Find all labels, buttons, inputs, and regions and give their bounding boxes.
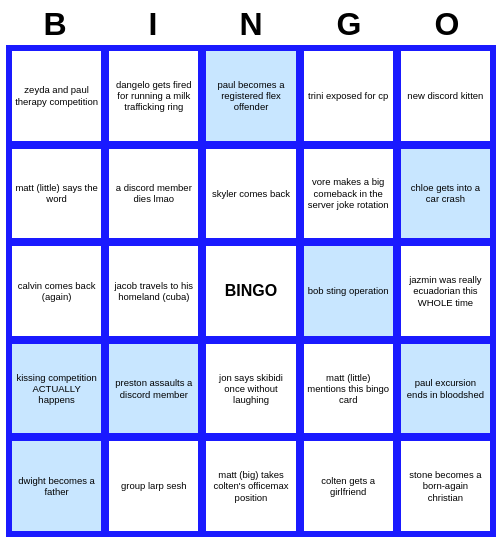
bingo-cell-text-15: kissing competition ACTUALLY happens bbox=[12, 344, 101, 434]
bingo-cell-text-16: preston assaults a discord member bbox=[109, 344, 198, 434]
bingo-cell-12: BINGO bbox=[202, 242, 299, 340]
bingo-cell-text-2: paul becomes a registered flex offender bbox=[206, 51, 295, 141]
bingo-cell-24: stone becomes a born-again christian bbox=[397, 437, 494, 535]
header-letter-b: B bbox=[11, 6, 99, 43]
bingo-cell-text-10: calvin comes back (again) bbox=[12, 246, 101, 336]
bingo-cell-1: dangelo gets fired for running a milk tr… bbox=[105, 47, 202, 145]
bingo-cell-10: calvin comes back (again) bbox=[8, 242, 105, 340]
bingo-cell-18: matt (little) mentions this bingo card bbox=[300, 340, 397, 438]
bingo-cell-0: zeyda and paul therapy competition bbox=[8, 47, 105, 145]
bingo-cell-14: jazmin was really ecuadorian this WHOLE … bbox=[397, 242, 494, 340]
bingo-cell-text-11: jacob travels to his homeland (cuba) bbox=[109, 246, 198, 336]
bingo-cell-text-21: group larp sesh bbox=[109, 441, 198, 531]
bingo-cell-4: new discord kitten bbox=[397, 47, 494, 145]
bingo-cell-19: paul excursion ends in bloodshed bbox=[397, 340, 494, 438]
bingo-cell-13: bob sting operation bbox=[300, 242, 397, 340]
bingo-cell-21: group larp sesh bbox=[105, 437, 202, 535]
bingo-cell-8: vore makes a big comeback in the server … bbox=[300, 145, 397, 243]
bingo-grid: zeyda and paul therapy competitiondangel… bbox=[6, 45, 496, 537]
bingo-cell-text-9: chloe gets into a car crash bbox=[401, 149, 490, 239]
bingo-cell-text-13: bob sting operation bbox=[304, 246, 393, 336]
bingo-cell-text-20: dwight becomes a father bbox=[12, 441, 101, 531]
bingo-cell-text-24: stone becomes a born-again christian bbox=[401, 441, 490, 531]
bingo-cell-text-12: BINGO bbox=[206, 246, 295, 336]
header-letter-n: N bbox=[207, 6, 295, 43]
bingo-cell-15: kissing competition ACTUALLY happens bbox=[8, 340, 105, 438]
header-letter-o: O bbox=[403, 6, 491, 43]
bingo-cell-text-5: matt (little) says the word bbox=[12, 149, 101, 239]
bingo-cell-5: matt (little) says the word bbox=[8, 145, 105, 243]
header-letter-g: G bbox=[305, 6, 393, 43]
bingo-cell-text-14: jazmin was really ecuadorian this WHOLE … bbox=[401, 246, 490, 336]
bingo-cell-text-19: paul excursion ends in bloodshed bbox=[401, 344, 490, 434]
bingo-cell-text-6: a discord member dies lmao bbox=[109, 149, 198, 239]
bingo-cell-6: a discord member dies lmao bbox=[105, 145, 202, 243]
bingo-cell-9: chloe gets into a car crash bbox=[397, 145, 494, 243]
bingo-cell-text-8: vore makes a big comeback in the server … bbox=[304, 149, 393, 239]
bingo-cell-11: jacob travels to his homeland (cuba) bbox=[105, 242, 202, 340]
bingo-cell-3: trini exposed for cp bbox=[300, 47, 397, 145]
bingo-cell-text-7: skyler comes back bbox=[206, 149, 295, 239]
bingo-cell-text-4: new discord kitten bbox=[401, 51, 490, 141]
bingo-cell-text-22: matt (big) takes colten's officemax posi… bbox=[206, 441, 295, 531]
bingo-cell-23: colten gets a girlfriend bbox=[300, 437, 397, 535]
header-letter-i: I bbox=[109, 6, 197, 43]
bingo-cell-2: paul becomes a registered flex offender bbox=[202, 47, 299, 145]
bingo-cell-7: skyler comes back bbox=[202, 145, 299, 243]
bingo-cell-20: dwight becomes a father bbox=[8, 437, 105, 535]
bingo-cell-text-1: dangelo gets fired for running a milk tr… bbox=[109, 51, 198, 141]
bingo-cell-16: preston assaults a discord member bbox=[105, 340, 202, 438]
bingo-cell-text-17: jon says skibidi once without laughing bbox=[206, 344, 295, 434]
bingo-header: BINGO bbox=[6, 0, 496, 45]
bingo-cell-text-23: colten gets a girlfriend bbox=[304, 441, 393, 531]
bingo-cell-text-18: matt (little) mentions this bingo card bbox=[304, 344, 393, 434]
bingo-cell-22: matt (big) takes colten's officemax posi… bbox=[202, 437, 299, 535]
bingo-cell-text-3: trini exposed for cp bbox=[304, 51, 393, 141]
bingo-cell-text-0: zeyda and paul therapy competition bbox=[12, 51, 101, 141]
bingo-cell-17: jon says skibidi once without laughing bbox=[202, 340, 299, 438]
